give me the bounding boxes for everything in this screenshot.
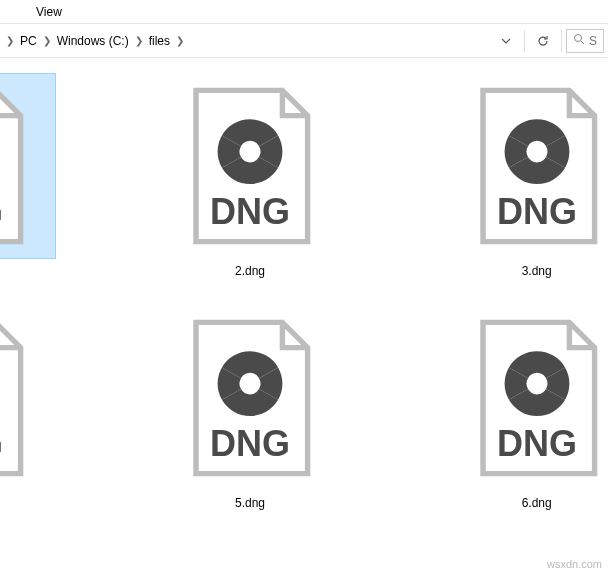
file-thumbnail: DNG [445,74,608,258]
search-input[interactable]: S [566,29,604,53]
svg-point-8 [528,143,546,161]
file-item[interactable]: DNG [0,70,107,282]
refresh-icon [536,34,550,48]
svg-text:DNG: DNG [497,191,577,232]
menu-view[interactable]: View [28,2,70,22]
breadcrumb-pc[interactable]: PC [16,30,41,52]
file-item[interactable]: DNG 3.dng [393,70,608,282]
svg-text:DNG: DNG [210,191,290,232]
history-dropdown-button[interactable] [494,29,518,53]
svg-text:DNG: DNG [0,423,3,464]
svg-point-0 [574,35,581,42]
dng-file-icon: DNG [0,308,53,488]
file-thumbnail: DNG [158,306,342,490]
file-label: 6.dng [522,496,552,510]
refresh-button[interactable] [531,29,555,53]
divider [561,30,562,52]
file-label: 3.dng [522,264,552,278]
breadcrumb-drive[interactable]: Windows (C:) [53,30,133,52]
dng-file-icon: DNG [160,76,340,256]
breadcrumb[interactable]: ❯ PC ❯ Windows (C:) ❯ files ❯ [0,24,492,57]
svg-line-1 [581,41,584,44]
svg-text:DNG: DNG [0,191,3,232]
file-item[interactable]: DNG 5.dng [107,302,394,514]
chevron-down-icon [501,36,511,46]
svg-point-14 [528,375,546,393]
breadcrumb-folder[interactable]: files [145,30,174,52]
search-icon [573,33,585,48]
file-thumbnail: DNG [158,74,342,258]
watermark: wsxdn.com [547,558,602,570]
file-thumbnail: DNG [0,74,55,258]
dng-file-icon: DNG [447,308,608,488]
file-item[interactable]: DNG 2.dng [107,70,394,282]
svg-point-6 [241,143,259,161]
address-bar: ❯ PC ❯ Windows (C:) ❯ files ❯ S [0,24,608,58]
search-placeholder: S [589,34,597,48]
svg-text:DNG: DNG [497,423,577,464]
svg-point-12 [241,375,259,393]
file-thumbnail: DNG [445,306,608,490]
svg-text:DNG: DNG [210,423,290,464]
dng-file-icon: DNG [447,76,608,256]
chevron-right-icon: ❯ [174,35,186,46]
file-label: 5.dng [235,496,265,510]
chevron-right-icon: ❯ [133,35,145,46]
file-item[interactable]: DNG 6.dng [393,302,608,514]
menubar: View [0,0,608,24]
file-pane[interactable]: DNG DNG 2.dng D [0,58,608,556]
divider [524,30,525,52]
file-thumbnail: DNG [0,306,55,490]
file-item[interactable]: DNG [0,302,107,514]
file-grid: DNG DNG 2.dng D [0,70,608,514]
file-label: 2.dng [235,264,265,278]
dng-file-icon: DNG [0,76,53,256]
dng-file-icon: DNG [160,308,340,488]
chevron-right-icon: ❯ [41,35,53,46]
chevron-right-icon: ❯ [4,35,16,46]
